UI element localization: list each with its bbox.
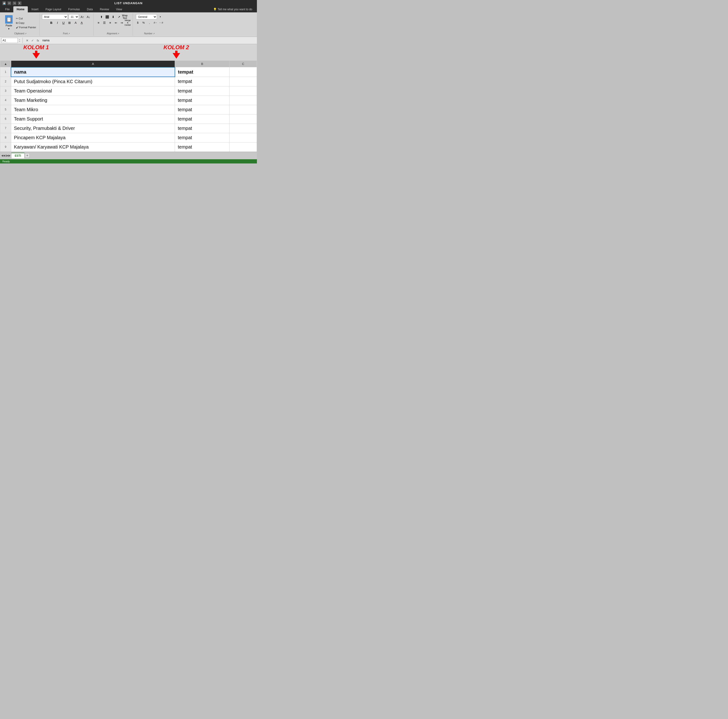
cell-col-c[interactable] — [229, 77, 257, 86]
font-family-select[interactable]: Arial — [42, 14, 68, 19]
font-expand-icon[interactable]: ↗ — [68, 32, 70, 35]
insert-function-button[interactable]: fx — [36, 39, 40, 42]
cell-col-c[interactable] — [229, 105, 257, 114]
more-quick-btn[interactable]: ▾ — [18, 2, 21, 5]
tab-review[interactable]: Review — [96, 6, 112, 12]
decrease-font-button[interactable]: A↓ — [86, 14, 91, 19]
font-color-button[interactable]: A — [79, 20, 84, 25]
align-center-button[interactable]: ☰ — [102, 20, 107, 25]
col-header-b[interactable]: B — [175, 61, 229, 67]
cell-col-b[interactable]: tempat — [175, 142, 229, 151]
cell-col-c[interactable] — [229, 142, 257, 151]
ribbon-tabs-bar: File Home Insert Page Layout Formulas Da… — [0, 6, 257, 12]
orientation-button[interactable]: ↗ — [116, 14, 121, 19]
underline-button[interactable]: U — [61, 20, 66, 25]
cell-col-b[interactable]: tempat — [175, 67, 229, 77]
cell-col-a[interactable]: Security, Pramubakti & Driver — [11, 124, 175, 133]
align-right-button[interactable]: ≡ — [108, 20, 113, 25]
tell-me-area[interactable]: 💡 Tell me what you want to do — [210, 6, 255, 12]
decrease-indent-button[interactable]: ⇐ — [113, 20, 119, 25]
cell-col-b[interactable]: tempat — [175, 133, 229, 142]
redo-btn[interactable]: ↪ — [12, 2, 16, 5]
format-painter-button[interactable]: 🖌 Format Painter — [15, 26, 37, 29]
italic-button[interactable]: I — [55, 20, 60, 25]
paste-dropdown-icon[interactable]: ▾ — [8, 28, 9, 31]
alignment-expand-icon[interactable]: ↗ — [118, 32, 119, 35]
cell-col-c[interactable] — [229, 114, 257, 124]
colon-separator: : — [19, 38, 20, 43]
add-sheet-button[interactable]: + — [25, 153, 30, 158]
increase-decimal-button[interactable]: .0→ — [153, 20, 158, 25]
cell-reference-box[interactable]: A1 — [2, 38, 18, 43]
bold-button[interactable]: B — [49, 20, 54, 25]
cut-button[interactable]: ✂ Cut — [15, 17, 37, 21]
border-button[interactable]: ⊞ — [67, 20, 72, 25]
tab-view[interactable]: View — [113, 6, 125, 12]
cell-col-c[interactable] — [229, 67, 257, 77]
cell-col-a[interactable]: Team Mikro — [11, 105, 175, 114]
number-format-select[interactable]: General — [136, 14, 157, 19]
align-middle-button[interactable]: ⬛ — [105, 14, 110, 19]
cell-col-c[interactable] — [229, 133, 257, 142]
percent-button[interactable]: % — [141, 20, 146, 25]
tab-insert[interactable]: Insert — [28, 6, 42, 12]
undo-btn[interactable]: ↩ — [8, 2, 11, 5]
formula-input[interactable] — [41, 38, 255, 43]
sheet-tabs-bar: ◀◀ ▶▶ ESTI + — [0, 152, 257, 159]
fill-color-button[interactable]: A — [73, 20, 78, 25]
font-size-select[interactable]: 11 — [69, 14, 79, 19]
merge-center-button[interactable]: Merge & Center — [125, 20, 130, 25]
cell-col-a[interactable]: Team Marketing — [11, 95, 175, 105]
sheet-nav-right-button[interactable]: ▶▶ — [6, 153, 11, 158]
increase-indent-button[interactable]: ⇒ — [119, 20, 124, 25]
scissors-icon: ✂ — [16, 17, 18, 20]
align-left-button[interactable]: ≡ — [96, 20, 101, 25]
increase-font-button[interactable]: A↑ — [80, 14, 85, 19]
format-painter-label: Format Painter — [19, 26, 36, 29]
sheet-nav-left-button[interactable]: ◀◀ — [1, 153, 6, 158]
tab-data[interactable]: Data — [84, 6, 96, 12]
cell-col-b[interactable]: tempat — [175, 105, 229, 114]
cell-col-a[interactable]: Team Support — [11, 114, 175, 124]
cell-col-a[interactable]: Putut Sudjatmoko (Pinca KC Citarum) — [11, 77, 175, 86]
align-bottom-button[interactable]: ⬇ — [110, 14, 116, 19]
title-bar: 💾 ↩ ↪ ▾ LIST UNDANGAN — [0, 0, 257, 6]
cell-col-b[interactable]: tempat — [175, 124, 229, 133]
cell-col-a[interactable]: Pincapem KCP Majalaya — [11, 133, 175, 142]
paintbrush-icon: 🖌 — [16, 26, 18, 29]
clipboard-expand-icon[interactable]: ↗ — [25, 32, 27, 35]
tab-file[interactable]: File — [2, 6, 13, 12]
status-bar: Ready — [0, 159, 257, 164]
cell-col-c[interactable] — [229, 124, 257, 133]
cell-col-a[interactable]: Karyawan/ Karyawati KCP Majalaya — [11, 142, 175, 151]
cell-col-c[interactable] — [229, 95, 257, 105]
confirm-formula-button[interactable]: ✓ — [31, 39, 35, 42]
tab-home[interactable]: Home — [13, 6, 28, 12]
cell-col-a[interactable]: Team Operasional — [11, 86, 175, 95]
cancel-formula-button[interactable]: ✕ — [25, 39, 29, 42]
save-quick-btn[interactable]: 💾 — [2, 2, 6, 5]
tab-formulas[interactable]: Formulas — [65, 6, 83, 12]
cell-col-b[interactable]: tempat — [175, 86, 229, 95]
wrap-text-button[interactable]: Wrap Text — [122, 14, 127, 19]
comma-button[interactable]: , — [147, 20, 152, 25]
cell-col-b[interactable]: tempat — [175, 77, 229, 86]
col-header-c[interactable]: C — [229, 61, 257, 67]
decrease-decimal-button[interactable]: ←.0 — [159, 20, 164, 25]
cell-col-b[interactable]: tempat — [175, 114, 229, 124]
copy-button[interactable]: ⧉ Copy — [15, 21, 37, 25]
tab-page-layout[interactable]: Page Layout — [42, 6, 64, 12]
spreadsheet-container: ▲ A B C 1namatempat2Putut Sudjatmoko (Pi… — [0, 60, 257, 152]
align-top-button[interactable]: ⬆ — [99, 14, 104, 19]
cell-col-c[interactable] — [229, 86, 257, 95]
col-header-a[interactable]: A — [11, 61, 175, 67]
paste-button[interactable]: 📋 Paste ▾ — [4, 14, 14, 31]
currency-button[interactable]: $ — [135, 20, 141, 25]
font-row-1: Arial 11 A↑ A↓ — [42, 14, 91, 19]
number-expand-icon[interactable]: ↗ — [153, 32, 155, 35]
cell-col-a[interactable]: nama — [11, 67, 175, 77]
number-format-expand-icon[interactable]: ▾ — [158, 14, 163, 19]
cell-col-b[interactable]: tempat — [175, 95, 229, 105]
sheet-tab-esti[interactable]: ESTI — [11, 153, 24, 158]
table-row: 7Security, Pramubakti & Drivertempat — [0, 124, 257, 133]
